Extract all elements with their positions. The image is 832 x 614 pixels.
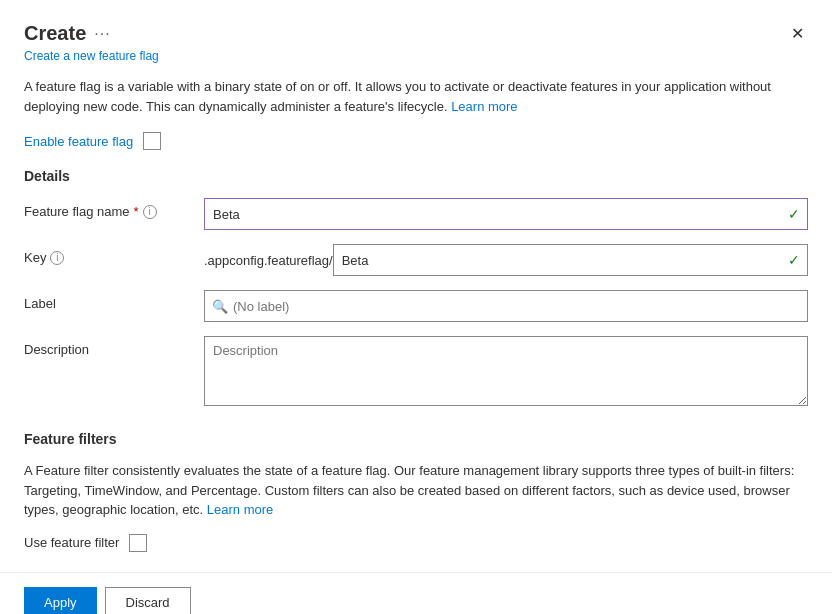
feature-flag-name-row: Feature flag name * i ✓ bbox=[24, 198, 808, 230]
apply-button[interactable]: Apply bbox=[24, 587, 97, 615]
key-info-icon[interactable]: i bbox=[50, 251, 64, 265]
required-indicator: * bbox=[134, 204, 139, 219]
description-row: Description bbox=[24, 336, 808, 409]
key-prefix: .appconfig.featureflag/ bbox=[204, 249, 333, 272]
intro-learn-more-link[interactable]: Learn more bbox=[451, 99, 517, 114]
key-valid-icon: ✓ bbox=[788, 252, 800, 268]
key-label: Key i bbox=[24, 244, 204, 265]
dialog-footer: Apply Discard bbox=[24, 573, 808, 615]
close-icon: ✕ bbox=[791, 24, 804, 43]
key-value-container: ✓ bbox=[333, 244, 808, 276]
label-search-icon: 🔍 bbox=[212, 299, 228, 314]
feature-filters-title: Feature filters bbox=[24, 431, 808, 447]
close-button[interactable]: ✕ bbox=[787, 20, 808, 47]
description-label: Description bbox=[24, 336, 204, 357]
use-feature-filter-checkbox[interactable] bbox=[129, 534, 147, 552]
dialog-ellipsis-menu[interactable]: ··· bbox=[94, 25, 110, 43]
intro-text-content: A feature flag is a variable with a bina… bbox=[24, 79, 771, 114]
key-row: Key i .appconfig.featureflag/ ✓ bbox=[24, 244, 808, 276]
details-section-title: Details bbox=[24, 168, 808, 184]
feature-flag-name-valid-icon: ✓ bbox=[788, 206, 800, 222]
enable-feature-flag-checkbox[interactable] bbox=[143, 132, 161, 150]
label-input[interactable] bbox=[204, 290, 808, 322]
feature-flag-name-label: Feature flag name * i bbox=[24, 198, 204, 219]
create-feature-flag-dialog: Create ··· ✕ Create a new feature flag A… bbox=[0, 0, 832, 614]
filters-learn-more-link[interactable]: Learn more bbox=[207, 502, 273, 517]
feature-flag-name-wrapper: ✓ bbox=[204, 198, 808, 230]
label-search-container: 🔍 bbox=[204, 290, 808, 322]
key-wrapper: .appconfig.featureflag/ ✓ bbox=[204, 244, 808, 276]
dialog-subtitle[interactable]: Create a new feature flag bbox=[24, 49, 808, 63]
key-input[interactable] bbox=[333, 244, 808, 276]
label-row: Label 🔍 bbox=[24, 290, 808, 322]
filters-intro-text: A Feature filter consistently evaluates … bbox=[24, 461, 808, 520]
dialog-header: Create ··· ✕ bbox=[24, 20, 808, 47]
label-field-label: Label bbox=[24, 290, 204, 311]
use-feature-filter-label: Use feature filter bbox=[24, 535, 119, 550]
dialog-title: Create bbox=[24, 22, 86, 45]
enable-feature-flag-label: Enable feature flag bbox=[24, 134, 133, 149]
intro-text: A feature flag is a variable with a bina… bbox=[24, 77, 808, 116]
label-wrapper: 🔍 bbox=[204, 290, 808, 322]
use-feature-filter-row: Use feature filter bbox=[24, 534, 808, 552]
discard-button[interactable]: Discard bbox=[105, 587, 191, 615]
description-textarea[interactable] bbox=[204, 336, 808, 406]
feature-flag-name-input[interactable] bbox=[204, 198, 808, 230]
enable-feature-flag-row: Enable feature flag bbox=[24, 132, 808, 150]
description-wrapper bbox=[204, 336, 808, 409]
key-input-container: ✓ bbox=[333, 244, 808, 276]
feature-flag-name-input-container: ✓ bbox=[204, 198, 808, 230]
feature-filters-section: Feature filters A Feature filter consist… bbox=[24, 431, 808, 572]
feature-flag-name-info-icon[interactable]: i bbox=[143, 205, 157, 219]
title-row: Create ··· bbox=[24, 22, 111, 45]
